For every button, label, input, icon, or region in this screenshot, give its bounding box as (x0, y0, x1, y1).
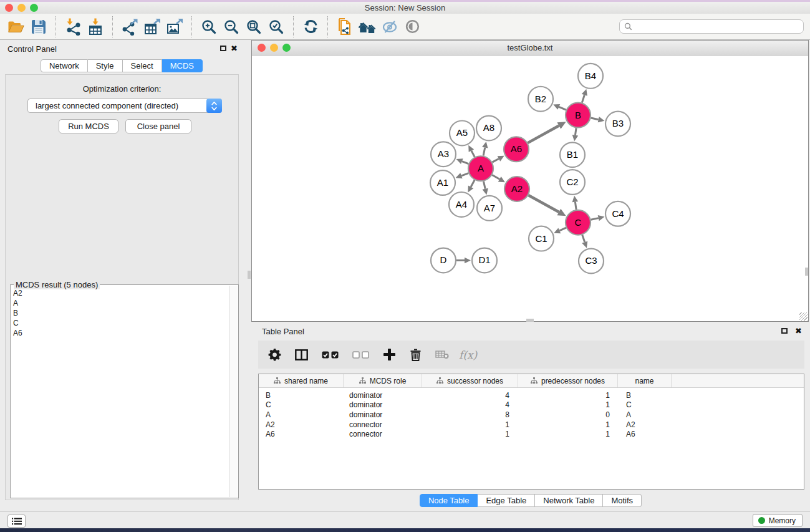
graph-edge[interactable] (575, 128, 576, 135)
hide-graphics-button[interactable] (378, 16, 401, 37)
graph-edge[interactable] (483, 181, 485, 189)
run-mcds-button[interactable]: Run MCDS (59, 119, 118, 133)
result-list-item[interactable]: C (13, 318, 228, 328)
graph-node-C2[interactable]: C2 (560, 170, 585, 195)
export-table-button[interactable] (141, 16, 163, 37)
save-session-button[interactable] (27, 16, 50, 37)
graph-node-A2[interactable]: A2 (504, 177, 529, 201)
graph-node-B3[interactable]: B3 (605, 112, 630, 137)
graph-node-A3[interactable]: A3 (431, 142, 456, 167)
criterion-dropdown[interactable]: largest connected component (directed) (27, 99, 222, 113)
column-header-predecessor-nodes[interactable]: predecessor nodes (518, 374, 618, 387)
graph-node-D[interactable]: D (431, 248, 456, 273)
graph-node-A4[interactable]: A4 (449, 192, 474, 217)
node-table[interactable]: shared nameMCDS rolesuccessor nodesprede… (258, 374, 804, 490)
close-panel-button[interactable]: Close panel (125, 119, 191, 133)
tab-select[interactable]: Select (123, 59, 162, 72)
tab-motifs[interactable]: Motifs (603, 494, 642, 507)
network-close-button[interactable] (258, 44, 266, 52)
memory-button[interactable]: Memory (753, 514, 803, 527)
zoom-window-button[interactable] (30, 4, 38, 12)
graph-node-A6[interactable]: A6 (504, 137, 529, 162)
graph-edge[interactable] (492, 175, 499, 179)
graph-node-A7[interactable]: A7 (477, 196, 502, 221)
graph-edge[interactable] (471, 151, 475, 157)
result-list-item[interactable]: B (13, 308, 228, 318)
import-table-button[interactable] (84, 16, 107, 37)
tab-edge-table[interactable]: Edge Table (478, 494, 535, 507)
vertical-scroll-thumb[interactable] (805, 268, 808, 276)
graph-node-B1[interactable]: B1 (560, 142, 585, 167)
add-row-button[interactable] (383, 348, 396, 361)
import-network-button[interactable] (62, 16, 84, 37)
table-row[interactable]: Bdominator41B (259, 390, 804, 400)
graph-node-C[interactable]: C (566, 210, 591, 235)
tab-style[interactable]: Style (88, 59, 123, 72)
task-history-button[interactable] (7, 515, 26, 528)
zoom-out-button[interactable] (220, 16, 243, 37)
hide-columns-button[interactable] (352, 351, 369, 359)
show-graphics-button[interactable] (401, 16, 423, 37)
network-minimize-button[interactable] (270, 44, 278, 52)
zoom-in-button[interactable] (198, 16, 220, 37)
open-session-button[interactable] (5, 16, 27, 37)
graph-edge[interactable] (471, 180, 475, 187)
delete-row-button[interactable] (410, 348, 422, 361)
close-window-button[interactable] (5, 4, 13, 12)
graph-node-A5[interactable]: A5 (450, 121, 475, 146)
table-row[interactable]: Adominator80A (259, 410, 804, 420)
graph-edge[interactable] (461, 173, 468, 176)
graph-edge[interactable] (591, 218, 599, 220)
graph-edge[interactable] (483, 148, 485, 156)
graph-node-C3[interactable]: C3 (579, 249, 604, 274)
float-table-panel-icon[interactable] (781, 328, 788, 334)
graph-node-A1[interactable]: A1 (430, 170, 455, 195)
graph-edge[interactable] (582, 235, 585, 243)
graph-edge[interactable] (462, 162, 469, 164)
show-columns-button[interactable] (322, 351, 339, 359)
graph-edge[interactable] (528, 195, 559, 212)
result-list-item[interactable]: A (13, 298, 228, 308)
settings-gear-button[interactable] (268, 348, 281, 361)
export-image-button[interactable] (163, 16, 186, 37)
table-row[interactable]: A6connector11A6 (259, 429, 804, 439)
zoom-selected-button[interactable] (265, 16, 287, 37)
graph-edge[interactable] (559, 228, 566, 231)
column-layout-button[interactable] (295, 349, 308, 360)
graph-node-C1[interactable]: C1 (529, 226, 554, 251)
refresh-network-button[interactable] (299, 16, 322, 37)
graph-node-C4[interactable]: C4 (605, 201, 630, 226)
network-window-titlebar[interactable]: testGlobe.txt (252, 41, 808, 56)
column-header-name[interactable]: name (618, 374, 672, 387)
network-zoom-button[interactable] (282, 44, 291, 52)
graph-edge[interactable] (528, 125, 559, 143)
tab-node-table[interactable]: Node Table (420, 494, 478, 507)
result-list-item[interactable]: A2 (13, 288, 228, 298)
graph-edge[interactable] (492, 159, 498, 163)
graph-node-B[interactable]: B (566, 103, 591, 128)
column-header-successor-nodes[interactable]: successor nodes (422, 374, 518, 387)
vertical-scroll-thumb[interactable] (248, 271, 251, 279)
graph-node-B2[interactable]: B2 (528, 87, 553, 112)
minimize-window-button[interactable] (17, 4, 26, 12)
table-row[interactable]: Cdominator41C (259, 400, 804, 410)
tab-network[interactable]: Network (41, 59, 88, 72)
tab-network-table[interactable]: Network Table (535, 494, 603, 507)
result-scrollbar[interactable] (229, 286, 238, 497)
tab-mcds[interactable]: MCDS (162, 59, 203, 72)
graph-edge[interactable] (582, 95, 584, 102)
close-table-panel-icon[interactable]: ✖ (795, 327, 802, 335)
graph-node-B4[interactable]: B4 (578, 64, 603, 89)
resize-grip[interactable] (799, 312, 808, 321)
delete-table-button[interactable] (435, 350, 449, 359)
close-panel-icon[interactable]: ✖ (231, 45, 238, 52)
graph-node-A8[interactable]: A8 (476, 116, 501, 141)
graph-edge[interactable] (591, 118, 599, 120)
function-builder-button[interactable]: f(x) (459, 349, 477, 361)
graph-node-A[interactable]: A (468, 156, 493, 181)
column-header-shared-name[interactable]: shared name (259, 374, 344, 387)
result-list-item[interactable]: A6 (13, 328, 228, 338)
search-input[interactable] (619, 19, 804, 34)
column-header-MCDS-role[interactable]: MCDS role (344, 374, 422, 387)
window-titlebar[interactable]: Session: New Session (0, 2, 810, 14)
